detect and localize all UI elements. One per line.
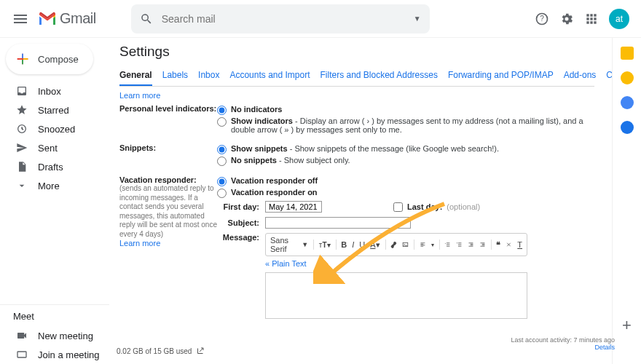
tab-inbox[interactable]: Inbox — [198, 66, 219, 86]
sidebar-item-sent[interactable]: Sent — [0, 138, 109, 157]
indent-less-icon[interactable] — [468, 240, 474, 250]
svg-text:?: ? — [540, 15, 544, 23]
gmail-logo[interactable]: Gmail — [38, 10, 96, 27]
message-editor[interactable] — [265, 272, 527, 319]
sidebar-item-snoozed[interactable]: Snoozed — [0, 119, 109, 138]
video-icon — [16, 330, 28, 341]
image-icon[interactable] — [402, 240, 409, 250]
starred-label: Starred — [38, 105, 69, 116]
meet-header: Meet — [0, 304, 109, 326]
font-select[interactable]: Sans Serif — [270, 236, 296, 253]
first-day-label: First day: — [217, 202, 259, 211]
chevron-down-icon — [16, 180, 28, 191]
open-icon[interactable] — [196, 347, 205, 355]
keep-addon-icon[interactable] — [621, 71, 634, 84]
apps-icon[interactable] — [584, 12, 599, 26]
tab-accounts[interactable]: Accounts and Import — [229, 66, 310, 86]
brand-text: Gmail — [60, 10, 96, 27]
snoozed-label: Snoozed — [38, 124, 75, 135]
bold-icon[interactable]: B — [341, 240, 347, 249]
tab-forwarding[interactable]: Forwarding and POP/IMAP — [448, 66, 554, 86]
clock-icon — [16, 123, 28, 135]
sidebar-item-more[interactable]: More — [0, 176, 109, 195]
meet-join[interactable]: Join a meeting — [0, 345, 109, 364]
search-icon — [140, 12, 153, 25]
gear-icon[interactable] — [559, 12, 574, 26]
align-icon[interactable] — [420, 240, 426, 250]
tab-general[interactable]: General — [119, 66, 152, 86]
pli-no-radio[interactable] — [217, 106, 227, 115]
subject-input[interactable] — [265, 217, 411, 229]
star-icon — [16, 104, 28, 116]
drafts-label: Drafts — [38, 162, 63, 173]
snippets-label: Snippets: — [119, 143, 217, 152]
pli-label: Personal level indicators: — [119, 104, 217, 113]
svg-rect-3 — [17, 352, 26, 357]
tasks-addon-icon[interactable] — [621, 96, 634, 109]
vacation-label: Vacation responder: — [119, 175, 217, 184]
snippets-no-desc: - Show subject only. — [277, 156, 350, 165]
last-day-checkbox[interactable] — [393, 202, 403, 212]
link-icon[interactable] — [390, 240, 397, 250]
activity-text: Last account activity: 7 minutes ago — [511, 336, 615, 344]
tab-addons[interactable]: Add-ons — [564, 66, 597, 86]
tab-chat[interactable]: Chat and Meet — [606, 66, 612, 86]
bullet-list-icon[interactable] — [456, 240, 463, 250]
inbox-label: Inbox — [38, 86, 61, 97]
learn-more-link[interactable]: Learn more — [119, 91, 594, 100]
pli-show-label: Show indicators — [231, 116, 293, 125]
underline-icon[interactable]: U — [359, 240, 365, 249]
quote-icon[interactable]: ❝ — [496, 240, 500, 250]
sent-icon — [16, 142, 28, 154]
storage-text: 0.02 GB of 15 GB used — [117, 347, 205, 355]
snippets-show-radio[interactable] — [217, 145, 227, 154]
meet-new[interactable]: New meeting — [0, 326, 109, 345]
svg-point-7 — [457, 242, 457, 243]
pli-show-radio[interactable] — [217, 117, 227, 127]
help-icon[interactable]: ? — [535, 12, 549, 26]
sidebar-item-drafts[interactable]: Drafts — [0, 157, 109, 176]
page-title: Settings — [119, 44, 594, 60]
italic-icon[interactable]: I — [352, 240, 354, 249]
clear-format-icon[interactable] — [506, 240, 512, 250]
compose-button[interactable]: Compose — [6, 44, 93, 74]
more-label: More — [38, 181, 60, 191]
first-day-input[interactable] — [265, 201, 322, 213]
tab-labels[interactable]: Labels — [162, 66, 188, 86]
sidebar-item-inbox[interactable]: Inbox — [0, 82, 109, 100]
vacation-learn-more[interactable]: Learn more — [119, 239, 217, 248]
keyboard-icon — [16, 349, 28, 360]
menu-icon[interactable] — [12, 10, 29, 28]
search-input[interactable] — [162, 13, 414, 25]
search-box[interactable]: ▼ — [131, 4, 430, 33]
inbox-icon — [16, 85, 28, 97]
snippets-show-desc: - Show snippets of the message (like Goo… — [288, 144, 499, 153]
tab-filters[interactable]: Filters and Blocked Addresses — [320, 66, 438, 86]
drafts-icon — [16, 161, 28, 173]
meet-join-label: Join a meeting — [38, 349, 100, 360]
settings-tabs: General Labels Inbox Accounts and Import… — [119, 66, 594, 87]
indent-more-icon[interactable] — [479, 240, 486, 250]
sidebar-item-starred[interactable]: Starred — [0, 100, 109, 119]
plus-icon — [15, 51, 31, 67]
compose-label: Compose — [38, 54, 79, 65]
add-addon-icon[interactable]: + — [622, 316, 632, 335]
snippets-no-radio[interactable] — [217, 157, 227, 166]
pli-no-label: No indicators — [231, 105, 282, 114]
numbered-list-icon[interactable]: 1 — [444, 240, 451, 250]
text-color-icon[interactable]: A▾ — [370, 240, 380, 250]
vacation-on-radio[interactable] — [217, 189, 227, 198]
vacation-note: (sends an automated reply to incoming me… — [119, 184, 217, 239]
activity-details[interactable]: Details — [511, 344, 615, 351]
font-size-icon[interactable]: тT▾ — [319, 241, 331, 249]
search-options-caret[interactable]: ▼ — [414, 15, 421, 23]
plain-text-link[interactable]: « Plain Text — [265, 259, 527, 268]
calendar-addon-icon[interactable] — [621, 47, 634, 60]
svg-point-5 — [404, 244, 404, 245]
contacts-addon-icon[interactable] — [621, 121, 634, 134]
last-day-optional: (optional) — [447, 202, 480, 211]
vacation-off-radio[interactable] — [217, 177, 227, 186]
sent-label: Sent — [38, 143, 58, 154]
avatar[interactable]: at — [609, 9, 629, 29]
snippets-show-label: Show snippets — [231, 144, 288, 153]
